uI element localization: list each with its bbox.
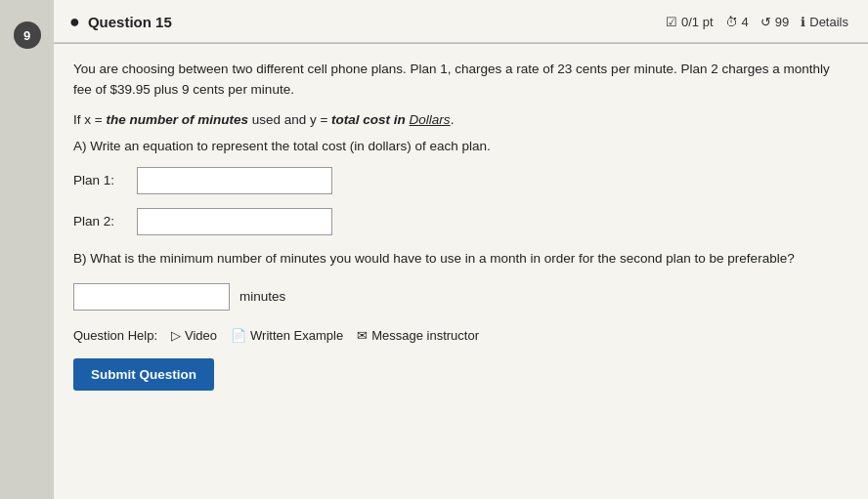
clock-value: 4 bbox=[742, 15, 749, 29]
video-label[interactable]: Video bbox=[185, 328, 217, 343]
if-mid: used and y = bbox=[248, 112, 331, 127]
y-underline: Dollars bbox=[410, 112, 451, 127]
score-text: 0/1 pt bbox=[681, 15, 714, 29]
if-prefix: If x = bbox=[73, 112, 106, 127]
plan1-row: Plan 1: bbox=[73, 167, 845, 194]
plan2-row: Plan 2: bbox=[73, 208, 845, 235]
message-label[interactable]: Message instructor bbox=[371, 328, 479, 343]
submit-button[interactable]: Submit Question bbox=[73, 358, 214, 391]
minutes-label: minutes bbox=[239, 289, 285, 304]
question-title: ● Question 15 bbox=[69, 12, 172, 32]
help-label: Question Help: bbox=[73, 328, 157, 343]
score-item: ☑ 0/1 pt bbox=[666, 15, 714, 29]
header-right: ☑ 0/1 pt ⏱ 4 ↺ 99 ℹ Details bbox=[666, 15, 848, 29]
clock-item: ⏱ 4 bbox=[725, 15, 749, 29]
question-help: Question Help: ▷ Video 📄 Written Example… bbox=[73, 328, 845, 343]
refresh-value: 99 bbox=[775, 15, 789, 29]
question-header: ● Question 15 ☑ 0/1 pt ⏱ 4 ↺ 99 ℹ Detail… bbox=[54, 0, 868, 43]
details-label[interactable]: Details bbox=[809, 15, 848, 29]
score-icon: ☑ bbox=[666, 15, 677, 29]
video-icon: ▷ bbox=[171, 328, 181, 343]
refresh-icon: ↺ bbox=[760, 15, 771, 29]
if-line: If x = the number of minutes used and y … bbox=[73, 112, 845, 127]
document-icon: 📄 bbox=[231, 328, 246, 343]
bullet-icon: ● bbox=[69, 12, 80, 32]
clock-icon: ⏱ bbox=[725, 15, 738, 29]
if-period: . bbox=[451, 112, 455, 127]
written-example-help[interactable]: 📄 Written Example bbox=[231, 328, 343, 343]
part-a-label: A) Write an equation to represent the to… bbox=[73, 139, 845, 153]
part-b-text: B) What is the minimum number of minutes… bbox=[73, 249, 845, 270]
video-help[interactable]: ▷ Video bbox=[171, 328, 217, 343]
question-title-text: Question 15 bbox=[88, 14, 172, 30]
written-label[interactable]: Written Example bbox=[250, 328, 343, 343]
main-content: ● Question 15 ☑ 0/1 pt ⏱ 4 ↺ 99 ℹ Detail… bbox=[54, 0, 868, 499]
envelope-icon: ✉ bbox=[357, 328, 368, 343]
info-icon: ℹ bbox=[801, 15, 805, 29]
minutes-row: minutes bbox=[73, 283, 845, 311]
part-a-description: Write an equation to represent the total… bbox=[90, 139, 490, 153]
y-bold: total cost in bbox=[331, 112, 410, 127]
problem-description: You are choosing between two different c… bbox=[73, 60, 845, 101]
x-bold: the number of minutes bbox=[106, 112, 248, 127]
part-b-description: What is the minimum number of minutes yo… bbox=[90, 251, 794, 266]
plan1-input[interactable] bbox=[137, 167, 332, 194]
question-body: You are choosing between two different c… bbox=[54, 44, 868, 499]
question-number-badge: 9 bbox=[14, 21, 41, 49]
details-item[interactable]: ℹ Details bbox=[801, 15, 848, 29]
part-b-letter: B) bbox=[73, 251, 90, 266]
minutes-input[interactable] bbox=[73, 283, 230, 311]
plan2-label: Plan 2: bbox=[73, 214, 127, 229]
refresh-item: ↺ 99 bbox=[760, 15, 789, 29]
part-a-letter: A) bbox=[73, 139, 90, 153]
plan2-input[interactable] bbox=[137, 208, 332, 235]
plan1-label: Plan 1: bbox=[73, 173, 127, 187]
message-instructor-help[interactable]: ✉ Message instructor bbox=[357, 328, 479, 343]
